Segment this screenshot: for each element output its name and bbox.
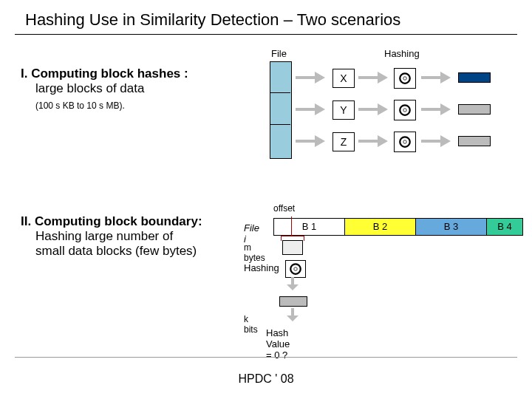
section-1: I. Computing block hashes : large blocks…	[21, 66, 257, 111]
hash-value-label: Hash Value = 0 ?	[266, 327, 290, 361]
section-1-heading: I. Computing block hashes :	[21, 66, 257, 81]
hash-output-3	[458, 136, 491, 146]
arrow-icon	[421, 132, 451, 150]
slide-title: Hashing Use in Similarity Detection – Tw…	[0, 0, 532, 34]
m-bytes-box	[282, 240, 303, 255]
section-1-line2: large blocks of data	[21, 81, 257, 96]
file-a-divider-2	[270, 124, 290, 125]
segment-b4: B 4	[486, 218, 523, 236]
arrow-icon	[358, 69, 388, 86]
svg-point-7	[294, 267, 298, 271]
block-y: Y	[332, 100, 355, 120]
section-1-note: (100 s KB to 10 s MB).	[21, 100, 257, 111]
segment-b3: B 3	[415, 218, 487, 236]
offset-label: offset	[273, 203, 295, 214]
offset-tick	[291, 216, 292, 236]
gear-icon	[394, 132, 416, 152]
arrow-icon	[296, 100, 325, 118]
arrow-icon	[296, 69, 325, 86]
file-a-divider-1	[270, 92, 290, 93]
title-underline	[15, 34, 517, 35]
arrow-icon	[421, 69, 451, 86]
arrow-icon	[358, 100, 388, 118]
section-2: II. Computing block boundary: Hashing la…	[21, 214, 257, 259]
hashing-label-2: Hashing	[244, 262, 279, 273]
svg-point-5	[403, 140, 407, 144]
down-arrow-icon	[288, 277, 297, 290]
section-2-line2: Hashing large number of	[21, 229, 257, 244]
block-x: X	[332, 69, 355, 88]
m-bytes-label: m bytes	[244, 242, 265, 263]
arrow-icon	[421, 100, 451, 118]
gear-icon	[285, 260, 306, 278]
svg-point-1	[403, 77, 407, 81]
footer-divider	[15, 357, 517, 358]
k-bits-label: k bits	[244, 314, 258, 335]
hash-output-1	[458, 72, 491, 83]
file-i-label: File i	[244, 222, 259, 245]
arrow-icon	[296, 132, 325, 150]
hash-output-2	[458, 104, 491, 115]
gear-icon	[394, 100, 416, 120]
svg-point-3	[403, 109, 407, 112]
block-z: Z	[332, 132, 355, 151]
section-2-heading: II. Computing block boundary:	[21, 214, 257, 229]
footer-text: HPDC ' 08	[0, 372, 532, 386]
arrow-icon	[358, 132, 388, 150]
gear-icon	[394, 68, 416, 89]
file-a-rect	[270, 61, 292, 159]
section-2-line3: small data blocks (few bytes)	[21, 244, 257, 259]
hashing-label: Hashing	[384, 48, 420, 59]
segment-b2: B 2	[344, 218, 416, 236]
k-bits-box	[279, 296, 307, 307]
segment-b1: B 1	[273, 218, 345, 236]
down-arrow-icon	[288, 308, 297, 321]
